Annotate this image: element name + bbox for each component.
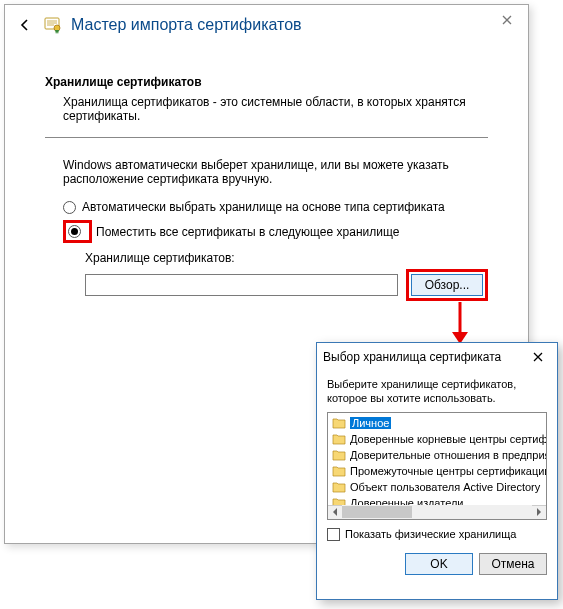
folder-icon <box>332 465 346 477</box>
tree-item-intermediate[interactable]: Промежуточные центры сертификации <box>328 463 546 479</box>
dialog-title: Выбор хранилища сертификата <box>323 350 501 364</box>
certificate-icon <box>43 15 63 35</box>
dialog-body: Выберите хранилище сертификатов, которое… <box>317 371 557 583</box>
wizard-body: Хранилище сертификатов Хранилища сертифи… <box>5 45 528 311</box>
browse-button[interactable]: Обзор... <box>411 274 483 296</box>
radio-place-row[interactable]: Поместить все сертификаты в следующее хр… <box>63 220 488 243</box>
wizard-title: Мастер импорта сертификатов <box>71 16 302 34</box>
show-physical-row[interactable]: Показать физические хранилища <box>327 528 547 541</box>
tree-item-label: Доверительные отношения в предприяти <box>350 449 547 461</box>
radio-place-highlight <box>63 220 92 243</box>
store-dialog: Выбор хранилища сертификата Выберите хра… <box>316 342 558 600</box>
divider <box>45 137 488 138</box>
scroll-right-button[interactable] <box>532 505 546 519</box>
cancel-button[interactable]: Отмена <box>479 553 547 575</box>
ok-button[interactable]: OK <box>405 553 473 575</box>
wizard-lead-text: Windows автоматически выберет хранилище,… <box>45 158 488 186</box>
radio-auto-label: Автоматически выбрать хранилище на основ… <box>82 200 445 214</box>
scroll-left-button[interactable] <box>328 505 342 519</box>
tree-item-enterprise-trust[interactable]: Доверительные отношения в предприяти <box>328 447 546 463</box>
store-tree[interactable]: Личное Доверенные корневые центры сертиф… <box>327 412 547 520</box>
store-tree-inner: Личное Доверенные корневые центры сертиф… <box>328 413 546 511</box>
close-icon <box>502 15 512 25</box>
store-input[interactable] <box>85 274 398 296</box>
tree-item-label: Личное <box>350 417 391 429</box>
tree-item-personal[interactable]: Личное <box>328 415 546 431</box>
tree-item-label: Доверенные корневые центры сертифика <box>350 433 547 445</box>
tree-item-trusted-root[interactable]: Доверенные корневые центры сертифика <box>328 431 546 447</box>
store-row: Обзор... <box>85 269 488 301</box>
horizontal-scrollbar[interactable] <box>328 505 546 519</box>
dialog-titlebar: Выбор хранилища сертификата <box>317 343 557 371</box>
tree-item-label: Промежуточные центры сертификации <box>350 465 547 477</box>
section-title: Хранилище сертификатов <box>45 75 488 89</box>
wizard-close-button[interactable] <box>492 9 522 31</box>
back-arrow-icon <box>18 18 32 32</box>
tree-item-ad-user-object[interactable]: Объект пользователя Active Directory <box>328 479 546 495</box>
radio-auto-row[interactable]: Автоматически выбрать хранилище на основ… <box>63 200 488 214</box>
chevron-right-icon <box>536 508 542 516</box>
scrollbar-track[interactable] <box>342 505 532 519</box>
radio-place[interactable] <box>68 225 81 238</box>
show-physical-label: Показать физические хранилища <box>345 528 516 540</box>
browse-highlight: Обзор... <box>406 269 488 301</box>
dialog-close-button[interactable] <box>525 347 551 367</box>
radio-place-label: Поместить все сертификаты в следующее хр… <box>96 225 399 239</box>
store-label: Хранилище сертификатов: <box>85 251 488 265</box>
close-icon <box>533 352 543 362</box>
folder-icon <box>332 417 346 429</box>
back-button[interactable] <box>13 13 37 37</box>
folder-icon <box>332 433 346 445</box>
section-description: Хранилища сертификатов - это системные о… <box>45 95 488 133</box>
folder-icon <box>332 449 346 461</box>
dialog-lead-text: Выберите хранилище сертификатов, которое… <box>327 377 547 406</box>
chevron-left-icon <box>332 508 338 516</box>
tree-item-label: Объект пользователя Active Directory <box>350 481 540 493</box>
scrollbar-thumb[interactable] <box>342 506 412 518</box>
dialog-buttons: OK Отмена <box>327 553 547 575</box>
store-block: Хранилище сертификатов: Обзор... <box>85 251 488 301</box>
folder-icon <box>332 481 346 493</box>
radio-auto[interactable] <box>63 201 76 214</box>
show-physical-checkbox[interactable] <box>327 528 340 541</box>
wizard-titlebar: Мастер импорта сертификатов <box>5 5 528 45</box>
